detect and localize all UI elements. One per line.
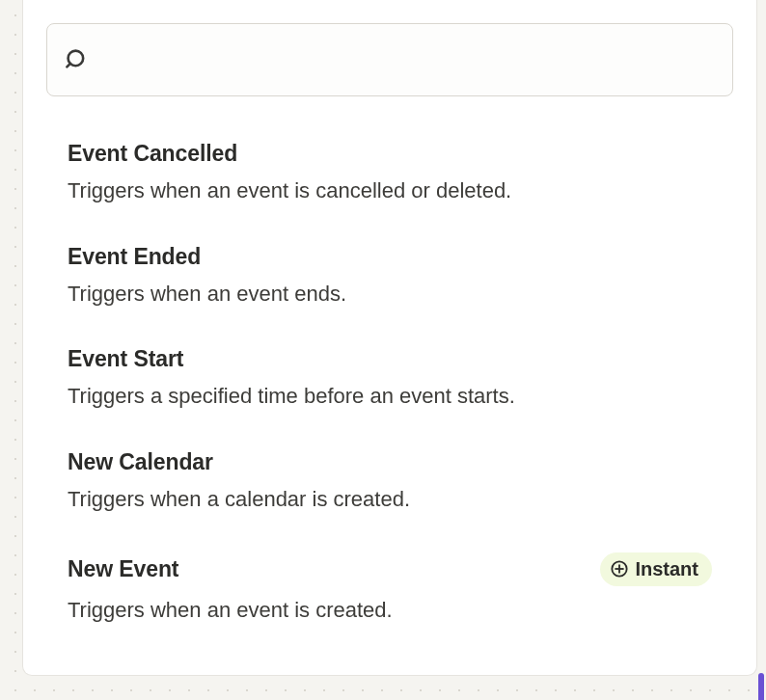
trigger-title: Event Ended	[68, 244, 201, 270]
trigger-item-new-event[interactable]: New Event Instant Triggers when an event…	[68, 552, 712, 625]
trigger-item-header: New Calendar	[68, 449, 712, 475]
trigger-item-event-ended[interactable]: Event Ended Triggers when an event ends.	[68, 244, 712, 309]
trigger-item-header: Event Ended	[68, 244, 712, 270]
trigger-item-new-calendar[interactable]: New Calendar Triggers when a calendar is…	[68, 449, 712, 514]
trigger-item-event-start[interactable]: Event Start Triggers a specified time be…	[68, 346, 712, 411]
trigger-list: Event Cancelled Triggers when an event i…	[46, 141, 733, 624]
trigger-title: New Calendar	[68, 449, 213, 475]
search-box[interactable]	[46, 23, 733, 96]
instant-icon	[610, 559, 629, 579]
trigger-item-header: Event Cancelled	[68, 141, 712, 167]
accent-bar	[758, 673, 764, 700]
trigger-description: Triggers a specified time before an even…	[68, 382, 712, 411]
trigger-item-header: Event Start	[68, 346, 712, 372]
search-input[interactable]	[103, 47, 715, 72]
trigger-item-header: New Event Instant	[68, 552, 712, 586]
search-icon	[65, 47, 90, 72]
trigger-description: Triggers when an event ends.	[68, 280, 712, 309]
trigger-description: Triggers when an event is created.	[68, 596, 712, 625]
trigger-title: New Event	[68, 556, 178, 582]
trigger-panel: Event Cancelled Triggers when an event i…	[22, 0, 757, 676]
trigger-description: Triggers when a calendar is created.	[68, 485, 712, 514]
instant-badge-label: Instant	[635, 558, 698, 580]
trigger-title: Event Start	[68, 346, 183, 372]
trigger-item-event-cancelled[interactable]: Event Cancelled Triggers when an event i…	[68, 141, 712, 205]
instant-badge: Instant	[600, 552, 712, 586]
svg-line-1	[67, 64, 69, 67]
trigger-title: Event Cancelled	[68, 141, 237, 167]
trigger-description: Triggers when an event is cancelled or d…	[68, 176, 712, 205]
